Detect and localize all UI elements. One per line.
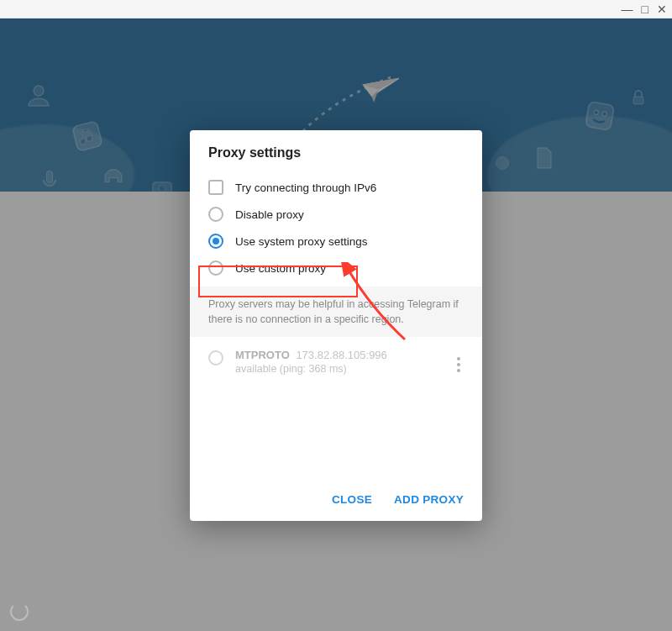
window-close-button[interactable]: ✕ <box>657 3 667 15</box>
radio-icon <box>208 260 223 276</box>
dialog-actions: CLOSE ADD PROXY <box>190 480 482 521</box>
option-ipv6[interactable]: Try connecting through IPv6 <box>208 174 464 201</box>
proxy-options-group: Try connecting through IPv6 Disable prox… <box>190 171 482 287</box>
option-label: Use system proxy settings <box>235 235 368 248</box>
proxy-list-item[interactable]: MTPROTO 173.82.88.105:996 available (pin… <box>190 337 482 387</box>
checkbox-icon <box>208 180 223 195</box>
option-label: Disable proxy <box>235 208 304 221</box>
add-proxy-button[interactable]: ADD PROXY <box>394 493 464 506</box>
proxy-address: 173.82.88.105:996 <box>296 349 386 361</box>
proxy-protocol: MTPROTO <box>235 349 290 361</box>
proxy-info: MTPROTO 173.82.88.105:996 available (pin… <box>235 349 442 375</box>
radio-icon <box>208 207 223 222</box>
loading-spinner-icon <box>10 602 29 621</box>
option-label: Try connecting through IPv6 <box>235 181 376 194</box>
kebab-menu-button[interactable] <box>454 354 464 376</box>
dialog-title: Proxy settings <box>190 130 482 171</box>
option-disable-proxy[interactable]: Disable proxy <box>208 201 464 228</box>
radio-icon <box>208 350 223 365</box>
option-custom-proxy[interactable]: Use custom proxy <box>208 255 464 281</box>
radio-icon <box>208 234 223 249</box>
option-label: Use custom proxy <box>235 262 326 275</box>
window-maximize-button[interactable]: □ <box>642 3 648 15</box>
window-minimize-button[interactable]: — <box>622 3 633 15</box>
proxy-hint-text: Proxy servers may be helpful in accessin… <box>190 287 482 337</box>
option-system-proxy[interactable]: Use system proxy settings <box>208 228 464 255</box>
window-titlebar: — □ ✕ <box>0 0 672 18</box>
proxy-status: available (ping: 368 ms) <box>235 363 442 375</box>
proxy-settings-dialog: Proxy settings Try connecting through IP… <box>190 130 482 521</box>
close-button[interactable]: CLOSE <box>332 493 372 506</box>
